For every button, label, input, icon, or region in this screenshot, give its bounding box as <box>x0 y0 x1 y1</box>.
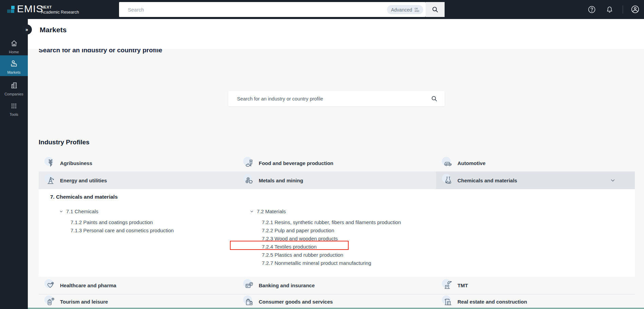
global-search-input[interactable] <box>119 2 356 17</box>
category-label: Healthcare and pharma <box>60 283 116 288</box>
category-label: Food and beverage production <box>259 160 333 166</box>
category-automotive[interactable]: Automotive <box>436 155 635 171</box>
tree-item-7-2-1[interactable]: 7.2.1 Resins, synthetic rubber, fibers a… <box>262 218 401 226</box>
category-label: TMT <box>457 283 468 288</box>
tree-item-7-2-7[interactable]: 7.2.7 Nonmetallic mineral product manufa… <box>262 259 371 267</box>
industry-row: Agribusiness Food and beverage productio… <box>39 155 635 171</box>
category-energy-utilities[interactable]: Energy and utilities <box>39 171 237 189</box>
global-search-submit-button[interactable] <box>426 2 445 17</box>
product-subtitle: Academic Research <box>41 10 79 15</box>
category-consumer-goods[interactable]: Consumer goods and services <box>237 294 436 309</box>
chevron-down-icon <box>59 209 63 214</box>
product-name: NEXT <box>41 5 52 9</box>
tree-item-7-2-4-textiles[interactable]: 7.2.4 Textiles production <box>262 242 317 251</box>
tree-item-label: 7.2.1 Resins, synthetic rubber, fibers a… <box>262 219 401 225</box>
tree-parent-7-2[interactable]: 7.2 Materials <box>250 207 286 215</box>
profile-search <box>228 91 445 106</box>
category-chemicals-materials[interactable]: Chemicals and materials <box>436 171 635 189</box>
category-banking-insurance[interactable]: Banking and insurance <box>237 277 436 294</box>
help-button[interactable] <box>587 5 596 14</box>
category-label: Energy and utilities <box>60 178 107 183</box>
tree-item-7-2-5[interactable]: 7.2.5 Plastics and rubber production <box>262 251 343 259</box>
chevron-down-icon <box>610 177 616 185</box>
account-icon <box>631 5 640 14</box>
sidebar-item-companies[interactable]: Companies <box>0 81 28 98</box>
industry-row: Healthcare and pharma Banking and insura… <box>39 277 635 294</box>
app-window: EMIS NEXT Academic Research Advanced ORA… <box>0 0 644 309</box>
double-chevron-right-icon: » <box>25 27 28 32</box>
tree-item-7-2-3[interactable]: 7.2.3 Wood and wooden products <box>262 234 338 242</box>
category-label: Consumer goods and services <box>259 299 333 305</box>
main-content: Search for an industry or country profil… <box>28 19 644 309</box>
home-icon <box>10 39 18 47</box>
sidebar-item-markets[interactable]: Markets <box>0 55 28 76</box>
category-metals-mining[interactable]: Metals and mining <box>237 171 436 189</box>
tree-item-label: 7.2.4 Textiles production <box>262 244 317 250</box>
tree-parent-7-1[interactable]: 7.1 Chemicals <box>59 207 98 215</box>
lab-flasks-icon <box>444 176 452 185</box>
tree-item-7-1-3[interactable]: 7.1.3 Personal care and cosmetics produc… <box>71 226 174 234</box>
help-icon <box>588 5 596 14</box>
heart-icon <box>46 281 55 290</box>
category-label: Banking and insurance <box>259 283 315 288</box>
wheat-icon <box>46 159 55 168</box>
tree-item-label: 7.2.7 Nonmetallic mineral product manufa… <box>262 260 371 266</box>
top-header: EMIS NEXT Academic Research Advanced ORA… <box>0 0 644 19</box>
category-healthcare-pharma[interactable]: Healthcare and pharma <box>39 277 237 294</box>
industry-row: Energy and utilities Metals and mining C… <box>39 171 635 189</box>
tree-item-label: 7.2.2 Pulp and paper production <box>262 228 334 233</box>
metal-rolls-icon <box>245 176 254 185</box>
sidebar-item-label: Markets <box>0 70 28 74</box>
industry-profiles-heading: Industry Profiles <box>39 139 90 146</box>
bank-card-shield-icon <box>245 281 254 290</box>
crane-building-icon <box>444 297 452 306</box>
tree-item-label: 7.2.3 Wood and wooden products <box>262 236 338 241</box>
bottom-accent-strip <box>28 308 644 309</box>
account-button[interactable] <box>631 5 640 14</box>
car-icon <box>444 159 452 168</box>
markets-icon <box>10 59 18 68</box>
sidebar-expand-button[interactable]: » <box>22 24 32 35</box>
advanced-search-button[interactable]: Advanced ORAND <box>387 5 423 14</box>
suitcase-sun-icon <box>46 297 55 306</box>
page-title: Markets <box>40 26 66 34</box>
sidebar-item-label: Tools <box>0 112 28 116</box>
category-label: Chemicals and materials <box>457 178 517 183</box>
tree-item-label: 7.1.2 Paints and coatings production <box>71 219 153 225</box>
category-label: Automotive <box>457 160 486 166</box>
oil-derrick-icon <box>46 176 55 185</box>
notifications-button[interactable] <box>605 5 614 14</box>
page-title-band: Markets <box>28 19 644 49</box>
tree-item-label: 7.2.5 Plastics and rubber production <box>262 252 343 258</box>
category-label: Real estate and construction <box>457 299 527 305</box>
profile-search-input[interactable] <box>228 91 425 106</box>
brand-name: EMIS <box>17 3 43 15</box>
category-label: Agribusiness <box>60 160 92 166</box>
or-and-icon: ORAND <box>414 7 419 12</box>
category-label: Metals and mining <box>259 178 303 183</box>
tree-item-7-2-2[interactable]: 7.2.2 Pulp and paper production <box>262 226 334 234</box>
left-sidebar: Home Markets Companies Tools <box>0 19 28 309</box>
tree-item-7-1-2[interactable]: 7.1.2 Paints and coatings production <box>71 218 153 226</box>
sidebar-item-label: Home <box>0 50 28 54</box>
chevron-down-icon <box>250 209 254 214</box>
tools-icon <box>10 102 18 110</box>
tree-parent-label: 7.2 Materials <box>257 208 286 214</box>
category-real-estate[interactable]: Real estate and construction <box>436 294 635 309</box>
tree-item-label: 7.1.3 Personal care and cosmetics produc… <box>71 228 174 233</box>
category-tourism-leisure[interactable]: Tourism and leisure <box>39 294 237 309</box>
search-icon[interactable] <box>431 95 438 104</box>
industry-row: Tourism and leisure Consumer goods and s… <box>39 294 635 309</box>
global-search: Advanced ORAND <box>119 2 445 17</box>
food-beverage-icon <box>245 159 254 168</box>
category-tmt[interactable]: TMT <box>436 277 635 294</box>
shopping-bags-icon <box>245 297 254 306</box>
category-agribusiness[interactable]: Agribusiness <box>39 155 237 171</box>
header-divider <box>623 5 623 14</box>
expanded-heading: 7. Chemicals and materials <box>50 194 118 200</box>
sidebar-item-home[interactable]: Home <box>0 39 28 56</box>
category-label: Tourism and leisure <box>60 299 108 305</box>
category-food-beverage[interactable]: Food and beverage production <box>237 155 436 171</box>
sidebar-item-tools[interactable]: Tools <box>0 102 28 119</box>
chemicals-expanded-panel: 7. Chemicals and materials 7.1 Chemicals… <box>39 189 635 277</box>
